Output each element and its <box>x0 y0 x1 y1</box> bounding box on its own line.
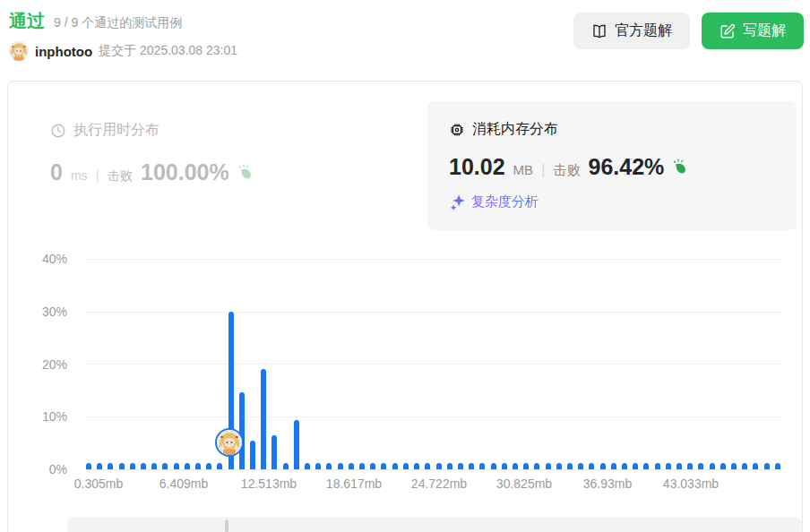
memory-distribution-panel[interactable]: 消耗内存分布 10.02 MB | 击败 96.42% <box>427 101 797 230</box>
memory-bar[interactable] <box>710 463 715 469</box>
memory-bar[interactable] <box>556 463 562 469</box>
memory-distribution-bars <box>86 258 780 469</box>
memory-bar[interactable] <box>294 420 299 469</box>
x-tick: 12.513mb <box>241 476 297 491</box>
memory-panel-title: 消耗内存分布 <box>472 120 558 139</box>
submitted-time: 提交于 2025.03.08 23:01 <box>99 43 237 59</box>
memory-bar[interactable] <box>479 463 485 469</box>
memory-bar[interactable] <box>185 463 190 469</box>
memory-bar[interactable] <box>174 463 179 469</box>
memory-bar[interactable] <box>698 463 703 469</box>
testcases-passed: 9 / 9 个通过的测试用例 <box>54 15 182 31</box>
memory-bar[interactable] <box>633 463 638 469</box>
memory-bar[interactable] <box>546 463 551 469</box>
memory-bar[interactable] <box>86 463 91 469</box>
memory-bar[interactable] <box>261 369 266 469</box>
clap-icon <box>237 164 254 181</box>
x-tick: 43.033mb <box>663 476 719 491</box>
memory-bar[interactable] <box>436 463 442 469</box>
memory-bar[interactable] <box>162 463 168 469</box>
memory-bar[interactable] <box>622 463 627 469</box>
memory-bar[interactable] <box>338 463 343 469</box>
memory-bar[interactable] <box>578 463 583 469</box>
zoom-slider-handle[interactable] <box>225 519 228 532</box>
status-accepted: 通过 <box>9 9 45 33</box>
memory-beats-value: 96.42% <box>588 154 664 180</box>
memory-bar[interactable] <box>611 463 616 469</box>
memory-bar[interactable] <box>731 463 737 469</box>
memory-bar[interactable] <box>283 463 289 469</box>
sparkle-icon <box>449 193 466 210</box>
memory-bar[interactable] <box>458 463 463 469</box>
runtime-beats-label: 击败 <box>108 168 133 184</box>
memory-bar[interactable] <box>534 463 539 469</box>
memory-bar[interactable] <box>381 463 386 469</box>
memory-bar[interactable] <box>239 392 245 469</box>
username[interactable]: inphotoo <box>35 44 92 59</box>
x-tick: 6.409mb <box>159 476 208 491</box>
submission-header: 通过 9 / 9 个通过的测试用例 inphotoo 提交于 2025.03.0… <box>0 0 810 72</box>
official-solution-button[interactable]: 官方题解 <box>573 13 690 49</box>
memory-bar[interactable] <box>447 463 452 469</box>
memory-bar[interactable] <box>567 463 573 469</box>
memory-bar[interactable] <box>666 463 671 469</box>
memory-bar[interactable] <box>687 463 693 469</box>
memory-bar[interactable] <box>425 463 430 469</box>
y-tick: 30% <box>26 305 67 319</box>
runtime-unit: ms <box>71 168 88 183</box>
memory-bar[interactable] <box>141 463 146 469</box>
memory-bar[interactable] <box>775 463 780 469</box>
memory-bar[interactable] <box>414 463 419 469</box>
memory-bar[interactable] <box>359 463 365 469</box>
memory-bar[interactable] <box>326 463 332 469</box>
memory-bar[interactable] <box>502 463 507 469</box>
y-tick: 20% <box>26 357 67 372</box>
memory-bar[interactable] <box>349 463 354 469</box>
memory-bar[interactable] <box>130 463 135 469</box>
memory-bar[interactable] <box>97 463 102 469</box>
memory-bar[interactable] <box>403 463 409 469</box>
user-avatar <box>9 41 29 61</box>
memory-bar[interactable] <box>250 441 255 469</box>
memory-bar[interactable] <box>676 463 682 469</box>
memory-bar[interactable] <box>195 463 201 469</box>
user-position-marker-avatar <box>215 428 244 457</box>
memory-bar[interactable] <box>643 463 649 469</box>
y-tick: 40% <box>26 252 67 266</box>
memory-bar[interactable] <box>119 463 125 469</box>
runtime-distribution-panel[interactable]: 执行用时分布 0 ms | 击败 100.00% <box>50 121 400 185</box>
memory-bar[interactable] <box>271 435 277 469</box>
memory-bar[interactable] <box>108 463 113 469</box>
memory-bar[interactable] <box>513 463 518 469</box>
memory-bar[interactable] <box>600 463 606 469</box>
memory-bar[interactable] <box>742 463 747 469</box>
y-tick: 10% <box>26 409 67 424</box>
clock-icon <box>50 123 66 139</box>
complexity-analysis-label: 复杂度分析 <box>471 193 539 210</box>
memory-bar[interactable] <box>392 463 398 469</box>
memory-bar[interactable] <box>151 463 157 469</box>
memory-bar[interactable] <box>720 463 726 469</box>
divider: | <box>96 167 99 184</box>
chart-zoom-slider[interactable] <box>67 517 802 532</box>
x-tick: 30.825mb <box>496 476 552 491</box>
memory-bar[interactable] <box>469 463 474 469</box>
memory-bar[interactable] <box>206 463 211 469</box>
memory-bar[interactable] <box>764 463 770 469</box>
memory-bar[interactable] <box>315 463 321 469</box>
write-solution-button[interactable]: 写题解 <box>702 13 804 49</box>
memory-bar[interactable] <box>491 463 496 469</box>
complexity-analysis-link[interactable]: 复杂度分析 <box>449 193 775 210</box>
memory-bar[interactable] <box>305 463 310 469</box>
x-tick: 0.305mb <box>74 476 123 491</box>
memory-bar[interactable] <box>589 463 594 469</box>
memory-beats-label: 击败 <box>553 162 580 179</box>
memory-bar[interactable] <box>753 463 758 469</box>
memory-bar[interactable] <box>370 463 375 469</box>
edit-icon <box>720 23 736 39</box>
book-icon <box>591 23 608 39</box>
memory-bar[interactable] <box>523 463 529 469</box>
x-tick: 18.617mb <box>326 476 382 491</box>
memory-bar[interactable] <box>217 463 222 469</box>
memory-bar[interactable] <box>655 463 660 469</box>
